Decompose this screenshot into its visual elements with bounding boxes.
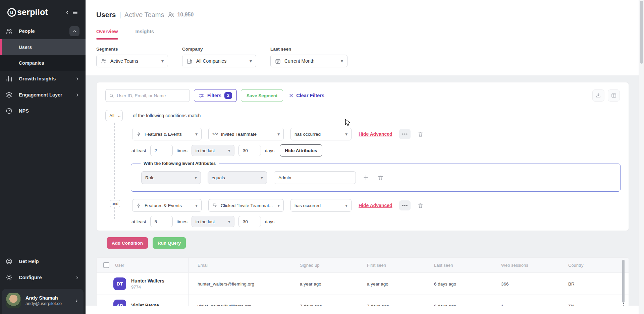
condition1-event-dropdown[interactable]: </> Invited Teammate ▾	[208, 128, 284, 140]
chevron-down-icon: ▾	[228, 148, 230, 153]
page-title: Users	[96, 11, 116, 19]
chevron-down-icon: ▾	[277, 131, 280, 137]
chevron-down-icon: ▾	[250, 58, 252, 64]
condition1-days-input[interactable]	[238, 145, 261, 156]
table-scrollbar-thumb[interactable]	[622, 260, 625, 303]
sidebar-item-label: NPS	[19, 108, 29, 114]
column-header-user: User	[115, 263, 124, 268]
segments-dropdown[interactable]: Active Teams ▾	[96, 55, 168, 67]
add-condition-button[interactable]: Add Condition	[107, 237, 148, 249]
chevron-right-icon	[75, 77, 79, 81]
sidebar-item-companies[interactable]: Companies	[0, 55, 86, 71]
chevron-down-icon: ▾	[195, 203, 198, 208]
condition1-operator-value: has occurred	[294, 132, 321, 137]
user-row-country: TN	[559, 304, 609, 307]
table-row[interactable]: AP Violet Payne violet_payne@williams.or…	[97, 295, 629, 306]
sidebar-item-people[interactable]: People	[0, 23, 86, 39]
match-rule-row: All ⌄ of the following conditions match	[105, 110, 201, 121]
company-dropdown[interactable]: All Companies ▾	[182, 55, 256, 67]
condition1-hide-advanced-link[interactable]: Hide Advanced	[359, 131, 392, 137]
condition1-more-options-button[interactable]	[399, 129, 411, 139]
condition2-days-input[interactable]	[238, 216, 261, 227]
attribute-operator-dropdown[interactable]: equals ▾	[208, 171, 267, 184]
condition2-delete-button[interactable]	[417, 202, 424, 209]
condition1-delete-button[interactable]	[417, 131, 424, 137]
condition1-range-dropdown[interactable]: in the last ▾	[192, 145, 234, 156]
tab-bar: Overview Insights	[86, 29, 644, 39]
people-collapse-button[interactable]	[69, 26, 79, 36]
last-seen-dropdown[interactable]: Current Month ▾	[270, 55, 347, 67]
user-count: 10,950	[167, 11, 194, 18]
user-row-signed-up: a year ago	[291, 281, 358, 287]
export-download-button[interactable]	[592, 89, 604, 102]
chevron-down-icon: ▾	[228, 219, 230, 224]
more-horizontal-icon	[402, 133, 408, 135]
people-icon	[101, 58, 107, 64]
sidebar-item-nps[interactable]: NPS	[0, 103, 86, 119]
column-settings-button[interactable]	[608, 89, 620, 102]
tab-active-underline	[96, 38, 118, 40]
sidebar-item-engagement-layer[interactable]: Engagement Layer	[0, 87, 86, 103]
page-scrollbar[interactable]	[639, 0, 644, 314]
attribute-field-value: Role	[145, 175, 155, 180]
table-row[interactable]: DT Hunter Walters 9774 hunter_walters@fl…	[97, 272, 629, 295]
condition2-operator-dropdown[interactable]: has occurred ▾	[290, 199, 352, 212]
chevron-down-icon: ▾	[261, 175, 263, 180]
condition1-operator-dropdown[interactable]: has occurred ▾	[290, 128, 352, 140]
event-attributes-legend: With the following Event Attributes	[141, 161, 219, 166]
chevron-down-icon: ▾	[195, 131, 198, 137]
close-icon	[289, 93, 293, 98]
sidebar-item-configure[interactable]: Configure	[0, 269, 86, 286]
trash-icon	[417, 131, 424, 137]
run-query-button[interactable]: Run Query	[153, 237, 186, 249]
condition1-category-dropdown[interactable]: Features & Events ▾	[132, 128, 202, 140]
segments-label: Segments	[96, 47, 168, 52]
condition1-hide-attributes-button[interactable]: Hide Attributes	[280, 144, 322, 156]
select-all-checkbox[interactable]	[103, 262, 109, 268]
delete-attribute-button[interactable]	[377, 175, 384, 181]
tab-insights[interactable]: Insights	[136, 29, 154, 39]
row-menu-button[interactable]	[609, 281, 629, 287]
match-rule-text: of the following conditions match	[133, 113, 201, 118]
chevron-down-icon: ▾	[195, 175, 197, 180]
trash-icon	[377, 175, 384, 181]
attribute-field-dropdown[interactable]: Role ▾	[141, 171, 201, 184]
user-name: Andy Shamah	[25, 295, 70, 301]
query-actions: Add Condition Run Query	[107, 237, 629, 249]
condition2-count-input[interactable]	[150, 216, 173, 227]
clear-filters-button[interactable]: Clear Filters	[289, 93, 324, 98]
user-search	[105, 89, 190, 102]
row-menu-button[interactable]	[609, 303, 629, 306]
page-header: Users | Active Teams 10,950	[96, 0, 629, 19]
search-input[interactable]	[117, 93, 186, 98]
sidebar-bottom: Get Help Configure Andy Shamah andy@user…	[0, 253, 86, 314]
user-row-name[interactable]: Violet Payne	[131, 303, 159, 306]
condition2-category-dropdown[interactable]: Features & Events ▾	[132, 199, 202, 212]
account-menu[interactable]: Andy Shamah andy@userpilot.co	[2, 289, 84, 314]
avatar: DT	[113, 277, 126, 290]
condition2-more-options-button[interactable]	[399, 200, 411, 210]
active-indicator	[0, 39, 2, 55]
page-scrollbar-thumb[interactable]	[640, 1, 643, 64]
condition2-hide-advanced-link[interactable]: Hide Advanced	[359, 203, 392, 208]
filters-button[interactable]: Filters 2	[194, 89, 237, 102]
attribute-value-input[interactable]	[274, 171, 356, 184]
user-row-name[interactable]: Hunter Walters	[131, 278, 164, 284]
condition1-count-input[interactable]	[150, 145, 173, 156]
days-label: days	[265, 219, 275, 224]
match-all-select[interactable]: All ⌄	[105, 110, 123, 121]
app-root: userpilot People Users	[0, 0, 644, 314]
save-segment-button[interactable]: Save Segment	[241, 89, 283, 102]
tab-overview[interactable]: Overview	[96, 29, 118, 39]
trash-icon	[417, 202, 424, 209]
sidebar-item-get-help[interactable]: Get Help	[0, 253, 86, 269]
condition2-range-dropdown[interactable]: in the last ▾	[192, 216, 234, 227]
filters-count-badge: 2	[224, 92, 232, 99]
table-header-row: User Email Signed up First seen Last see…	[97, 258, 629, 272]
sidebar-collapse-button[interactable]	[65, 10, 78, 15]
sidebar-item-users[interactable]: Users	[0, 39, 86, 55]
condition2-event-dropdown[interactable]: Clicked "Invite Teammat... ▾	[208, 199, 284, 212]
add-attribute-button[interactable]	[363, 174, 369, 181]
chevron-right-icon	[75, 275, 79, 280]
sidebar-item-growth-insights[interactable]: Growth Insights	[0, 71, 86, 87]
